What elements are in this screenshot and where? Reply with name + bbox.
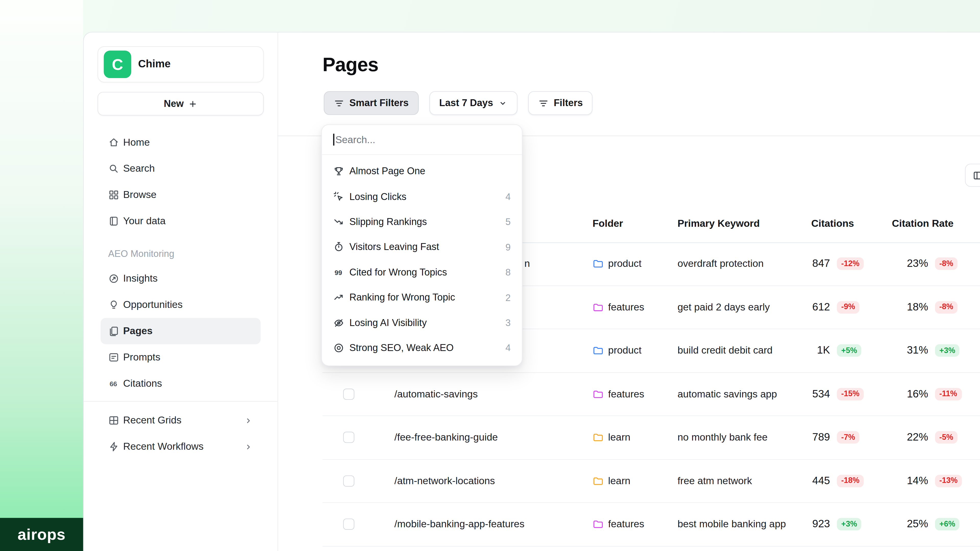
folder-label: product (608, 258, 641, 269)
smart-filter-option[interactable]: Visitors Leaving Fast 9 (322, 234, 522, 260)
citation-rate-value: 31% (892, 345, 928, 357)
smart-filter-label: Visitors Leaving Fast (349, 241, 439, 252)
citations-cell: 445 -18% (811, 475, 892, 487)
sidebar-item[interactable]: Insights (100, 265, 261, 292)
chevron-down-icon (498, 98, 508, 108)
sidebar-item-label: Pages (123, 326, 152, 337)
sidebar-item[interactable]: Home (100, 129, 261, 156)
smart-filter-label: Slipping Rankings (349, 216, 427, 227)
row-checkbox[interactable] (343, 389, 354, 400)
citations-value: 1K (811, 345, 830, 357)
row-checkbox[interactable] (343, 432, 354, 443)
sidebar-item-label: Insights (123, 273, 158, 284)
folder-icon (593, 258, 604, 269)
table-options-button[interactable] (965, 164, 980, 187)
sidebar-item[interactable]: Recent Grids (100, 407, 261, 433)
citations-value: 445 (811, 475, 830, 487)
citation-rate-value: 25% (892, 518, 928, 530)
citation-rate-delta-badge: +6% (935, 518, 959, 530)
citations-delta-badge: +5% (837, 345, 861, 357)
page-path-fragment: n (525, 258, 530, 269)
table-row[interactable]: /fee-free-banking-guide learn no monthly… (323, 416, 980, 459)
primary-keyword: no monthly bank fee (678, 432, 811, 443)
citations-delta-badge: -12% (837, 258, 864, 270)
folder-cell: product (593, 345, 678, 356)
date-range-button[interactable]: Last 7 Days (429, 91, 517, 115)
folder-label: learn (608, 475, 630, 486)
page-title: Pages (323, 54, 379, 76)
sidebar-item[interactable]: Search (100, 156, 261, 182)
background-gradient: airops (0, 0, 83, 551)
smart-filter-count: 2 (505, 292, 511, 303)
browse-icon (108, 189, 119, 200)
smart-filter-option[interactable]: Losing Clicks 4 (322, 184, 522, 209)
sidebar-item-label: Recent Workflows (123, 441, 204, 452)
new-button[interactable]: New (97, 92, 264, 116)
row-checkbox[interactable] (343, 519, 354, 530)
sidebar-item-label: Browse (123, 189, 156, 200)
citation-rate-value: 18% (892, 301, 928, 313)
primary-keyword: get paid 2 days early (678, 302, 811, 313)
chevron-right-icon (244, 416, 253, 425)
sidebar-aeo-nav: Insights Opportunities Pages Prompts Cit… (84, 265, 277, 397)
smart-filter-option[interactable]: Strong SEO, Weak AEO 4 (322, 335, 522, 360)
citation-rate-delta-badge: +3% (935, 345, 959, 357)
smart-filter-count: 9 (505, 241, 511, 252)
citation-rate-delta-badge: -13% (935, 475, 962, 487)
citations-value: 789 (811, 431, 830, 444)
smart-filter-option[interactable]: Almost Page One (322, 159, 522, 184)
citation-rate-delta-badge: -8% (935, 258, 958, 270)
sidebar-item[interactable]: Citations (100, 370, 261, 397)
table-row[interactable]: /atm-network-locations learn free atm ne… (323, 459, 980, 503)
sidebar-item[interactable]: Opportunities (100, 292, 261, 318)
toolbar: Smart Filters Last 7 Days Filters (324, 91, 593, 115)
sidebar-item[interactable]: Browse (100, 182, 261, 208)
sidebar-item[interactable]: Recent Workflows (100, 433, 261, 460)
page-path: /atm-network-locations (394, 475, 592, 486)
smart-filters-button[interactable]: Smart Filters (324, 91, 419, 115)
column-header-primary-keyword: Primary Keyword (678, 218, 811, 229)
smart-filter-count: 4 (505, 191, 511, 202)
sidebar-footer-nav: Recent Grids Recent Workflows (84, 407, 277, 460)
smart-filter-count: 3 (505, 318, 511, 328)
pages-icon (108, 326, 119, 337)
smart-filters-search-input[interactable]: Search... (322, 125, 522, 155)
filters-button-label: Filters (554, 97, 583, 109)
row-checkbox[interactable] (343, 475, 354, 486)
workspace-name: Chime (138, 58, 170, 71)
folder-cell: features (593, 302, 678, 313)
table-row[interactable]: /automatic-savings features automatic sa… (323, 373, 980, 416)
citation-rate-cell: 23% -8% (892, 258, 980, 270)
primary-keyword: automatic savings app (678, 389, 811, 400)
sidebar-item[interactable]: Your data (100, 208, 261, 234)
filters-button[interactable]: Filters (528, 91, 593, 115)
trend-down-icon (333, 216, 344, 227)
filter-icon (334, 98, 345, 108)
citations-delta-badge: +3% (837, 518, 861, 530)
smart-filter-option[interactable]: Slipping Rankings 5 (322, 209, 522, 234)
smart-filter-label: Losing AI Visibility (349, 317, 427, 328)
sidebar-item[interactable]: Prompts (100, 344, 261, 370)
airops-logo: airops (0, 518, 83, 551)
sidebar-item-label: Your data (123, 216, 165, 227)
smart-filter-option[interactable]: Cited for Wrong Topics 8 (322, 260, 522, 285)
sidebar-item[interactable]: Pages (100, 318, 261, 345)
citations-value: 923 (811, 518, 830, 530)
your-data-icon (108, 216, 119, 227)
workspace-switcher[interactable]: C Chime (97, 46, 264, 83)
folder-cell: features (593, 389, 678, 400)
grid-icon (108, 415, 119, 426)
citation-rate-value: 14% (892, 475, 928, 487)
smart-filter-option[interactable]: Ranking for Wrong Topic 2 (322, 285, 522, 310)
table-row[interactable]: /mobile-banking-app-features features be… (323, 503, 980, 546)
citations-cell: 534 -15% (811, 388, 892, 400)
column-header-folder: Folder (593, 218, 678, 229)
sidebar-item-label: Recent Grids (123, 415, 181, 426)
click-icon (333, 191, 344, 202)
page-path: /fee-free-banking-guide (394, 432, 592, 443)
citation-rate-cell: 22% -5% (892, 431, 980, 444)
text-cursor (333, 134, 334, 146)
workflow-icon (108, 441, 119, 452)
smart-filter-option[interactable]: Losing AI Visibility 3 (322, 310, 522, 335)
citations-cell: 1K +5% (811, 345, 892, 357)
